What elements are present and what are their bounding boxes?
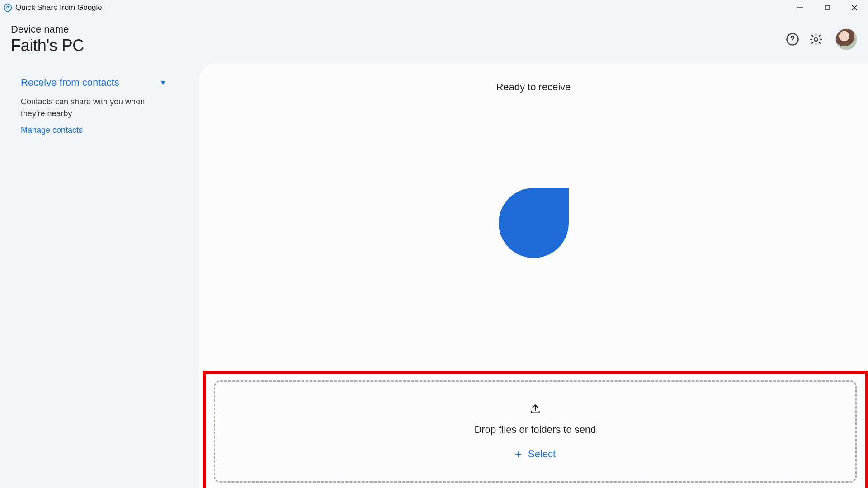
svg-point-6 xyxy=(792,42,793,42)
help-button[interactable] xyxy=(786,33,799,46)
status-graphic xyxy=(499,188,569,258)
select-label: Select xyxy=(528,448,556,460)
user-avatar[interactable] xyxy=(835,28,857,50)
quick-share-app-icon xyxy=(3,3,13,13)
maximize-button[interactable] xyxy=(814,0,841,15)
header: Device name Faith's PC xyxy=(0,15,868,63)
manage-contacts-link[interactable]: Manage contacts xyxy=(21,126,178,135)
app-title: Quick Share from Google xyxy=(15,3,102,12)
svg-point-0 xyxy=(4,4,12,12)
receive-mode-description: Contacts can share with you when they're… xyxy=(21,96,156,119)
select-files-button[interactable]: + Select xyxy=(515,448,556,460)
settings-button[interactable] xyxy=(809,33,823,46)
receive-mode-label: Receive from contacts xyxy=(21,77,119,89)
drop-area-highlight: Drop files or folders to send + Select xyxy=(203,371,868,488)
titlebar: Quick Share from Google xyxy=(0,0,868,15)
device-name-value: Faith's PC xyxy=(11,36,84,55)
sidebar: Receive from contacts ▼ Contacts can sha… xyxy=(0,63,199,488)
device-block: Device name Faith's PC xyxy=(11,23,84,55)
plus-icon: + xyxy=(515,448,522,460)
minimize-button[interactable] xyxy=(787,0,814,15)
body: Receive from contacts ▼ Contacts can sha… xyxy=(0,63,868,488)
status-text: Ready to receive xyxy=(496,81,571,93)
svg-rect-2 xyxy=(825,5,830,10)
quick-share-blob-icon xyxy=(499,188,569,258)
device-name-label: Device name xyxy=(11,23,84,35)
dropdown-chevron-icon: ▼ xyxy=(160,79,166,86)
main-panel: Ready to receive Drop files or folders t… xyxy=(199,63,868,488)
window-controls xyxy=(787,0,868,15)
receive-mode-dropdown[interactable]: Receive from contacts ▼ xyxy=(21,77,178,89)
drop-zone-text: Drop files or folders to send xyxy=(474,424,596,436)
header-actions xyxy=(786,28,857,50)
file-drop-zone[interactable]: Drop files or folders to send + Select xyxy=(214,380,857,483)
svg-point-7 xyxy=(814,38,818,41)
close-button[interactable] xyxy=(841,0,868,15)
upload-icon xyxy=(529,403,541,417)
